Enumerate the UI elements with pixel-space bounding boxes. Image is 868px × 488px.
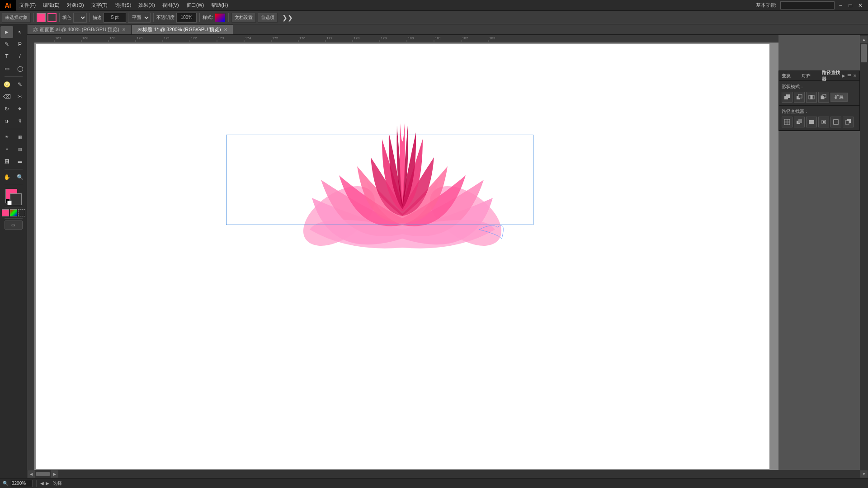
exclude-button[interactable]: [818, 92, 829, 103]
menu-effect[interactable]: 效果(X): [135, 0, 159, 10]
menu-object[interactable]: 对象(O): [63, 0, 88, 10]
crop-button[interactable]: [818, 117, 829, 127]
more-options-icon[interactable]: ❯❯: [279, 14, 296, 21]
panel-close-icon[interactable]: ✕: [853, 73, 857, 78]
prev-artboard-icon[interactable]: ◀: [40, 481, 44, 486]
intersect-button[interactable]: [806, 92, 817, 103]
scroll-up-button[interactable]: ▲: [860, 35, 868, 43]
scroll-thumb-vertical[interactable]: [861, 44, 867, 62]
vertical-scrollbar[interactable]: ▲ ▼: [860, 35, 868, 478]
symbol-sprayer-tool[interactable]: ☀: [0, 131, 13, 143]
svg-rect-37: [27, 35, 34, 478]
style-swatch[interactable]: [215, 13, 226, 22]
menu-view[interactable]: 视图(V): [159, 0, 183, 10]
artboard-tool[interactable]: ▭: [5, 221, 23, 230]
maximize-button[interactable]: □: [846, 1, 854, 9]
tab-0[interactable]: 亦-画面图.ai @ 400% (RGB/GPU 预览) ✕: [27, 24, 132, 34]
status-bar: 🔍 ◀ ▶ 选择: [0, 478, 868, 488]
minus-back-button[interactable]: [843, 117, 854, 127]
color-icon[interactable]: [2, 209, 9, 216]
svg-rect-63: [845, 121, 849, 124]
line-tool[interactable]: /: [14, 51, 26, 62]
panel-title-align: 对齐: [802, 73, 820, 79]
blend-tool[interactable]: ▬: [14, 155, 26, 167]
style-label: 样式:: [203, 14, 213, 21]
scale-tool[interactable]: ✥: [14, 103, 26, 115]
menu-select[interactable]: 选择(S): [111, 0, 135, 10]
menu-edit[interactable]: 编辑(E): [39, 0, 63, 10]
svg-text:176: 176: [299, 36, 306, 40]
direct-selection-tool[interactable]: ↖: [14, 26, 26, 38]
stroke-color-swatch[interactable]: [47, 13, 57, 22]
eraser-tool[interactable]: ⌫: [0, 91, 13, 103]
menu-file[interactable]: 文件(F): [16, 0, 39, 10]
paintbrush-tool[interactable]: 🌝: [0, 79, 13, 90]
opacity-input[interactable]: [176, 13, 197, 23]
trim-button[interactable]: [794, 117, 805, 127]
blob-brush-tool[interactable]: ✎: [14, 79, 26, 90]
rotate-tool[interactable]: ↻: [0, 103, 13, 115]
curvature-tool[interactable]: P: [14, 38, 26, 50]
type-tool[interactable]: T: [0, 51, 13, 62]
minus-front-button[interactable]: [794, 92, 805, 103]
selection-tool[interactable]: ►: [0, 26, 13, 38]
unite-icon: [784, 94, 790, 100]
tab-close-0[interactable]: ✕: [122, 27, 126, 32]
panel-expand-icon[interactable]: ▶: [842, 73, 845, 78]
warp-tool[interactable]: ◑: [0, 115, 13, 127]
next-artboard-icon[interactable]: ▶: [46, 481, 49, 486]
fill-color-swatch[interactable]: [37, 13, 46, 22]
horizontal-scrollbar[interactable]: ◀ ▶: [27, 470, 860, 478]
scroll-thumb-horizontal[interactable]: [36, 472, 50, 476]
scroll-left-button[interactable]: ◀: [27, 470, 35, 478]
close-button[interactable]: ✕: [856, 1, 864, 9]
preferences-button[interactable]: 首选项: [258, 13, 278, 23]
eyedropper-tool[interactable]: 🖼: [0, 155, 13, 167]
zoom-tool[interactable]: 🔍: [14, 171, 26, 183]
menu-bar: Ai 文件(F) 编辑(E) 对象(O) 文字(T) 选择(S) 效果(X) 视…: [0, 0, 868, 11]
scroll-right-button[interactable]: ▶: [51, 470, 59, 478]
menu-help[interactable]: 帮助(H): [208, 0, 231, 10]
unite-button[interactable]: [782, 92, 793, 103]
outline-button[interactable]: [830, 117, 841, 127]
zoom-input[interactable]: [10, 480, 33, 487]
ruler-left: [27, 35, 34, 478]
stroke-size-input[interactable]: [104, 13, 126, 23]
menu-window[interactable]: 窗口(W): [183, 0, 208, 10]
hand-tool[interactable]: ✋: [0, 171, 13, 183]
svg-text:180: 180: [408, 36, 414, 40]
menu-text[interactable]: 文字(T): [88, 0, 111, 10]
scissors-tool[interactable]: ✂: [14, 91, 26, 103]
canvas-area[interactable]: [27, 35, 778, 478]
gradient-tool[interactable]: ▤: [14, 143, 26, 155]
pen-tool[interactable]: ✎: [0, 38, 13, 50]
divide-button[interactable]: [782, 117, 793, 127]
stroke-type-select[interactable]: 平面: [128, 13, 151, 23]
tool-separator-6: [5, 218, 23, 219]
expand-button[interactable]: 扩展: [830, 93, 848, 102]
ruler-top-svg: 166 167 168 169 170 171 172 173 174 175 …: [27, 35, 778, 42]
scroll-down-button[interactable]: ▼: [860, 470, 868, 478]
none-icon[interactable]: [18, 209, 25, 216]
fill-select[interactable]: [73, 13, 87, 23]
mesh-tool[interactable]: ⌖: [0, 143, 13, 155]
merge-button[interactable]: [806, 117, 817, 127]
doc-settings-button[interactable]: 文档设置: [231, 13, 256, 23]
tab-close-1[interactable]: ✕: [224, 27, 227, 32]
gradient-icon[interactable]: [10, 209, 17, 216]
rect-tool[interactable]: ▭: [0, 63, 13, 75]
search-input[interactable]: [780, 1, 835, 9]
zoom-icon: 🔍: [3, 481, 8, 486]
ellipse-tool[interactable]: ◯: [14, 63, 26, 75]
tab-1[interactable]: 未标题-1* @ 3200% (RGB/GPU 预览) ✕: [132, 24, 233, 34]
window-controls: 基本功能 − □ ✕: [753, 1, 868, 9]
intersect-icon: [808, 94, 815, 100]
fill-label: 填色: [62, 14, 71, 21]
panel-menu-icon[interactable]: ☰: [847, 73, 851, 78]
width-tool[interactable]: ⇅: [14, 115, 26, 127]
column-graph-tool[interactable]: ▦: [14, 131, 26, 143]
minimize-button[interactable]: −: [836, 1, 844, 9]
svg-rect-46: [798, 94, 802, 98]
default-colors-icon[interactable]: [5, 199, 12, 205]
options-toolbar: 未选择对象 填色 描边 平面 不透明度 样式: 文档设置 首选项 ❯❯: [0, 11, 868, 24]
